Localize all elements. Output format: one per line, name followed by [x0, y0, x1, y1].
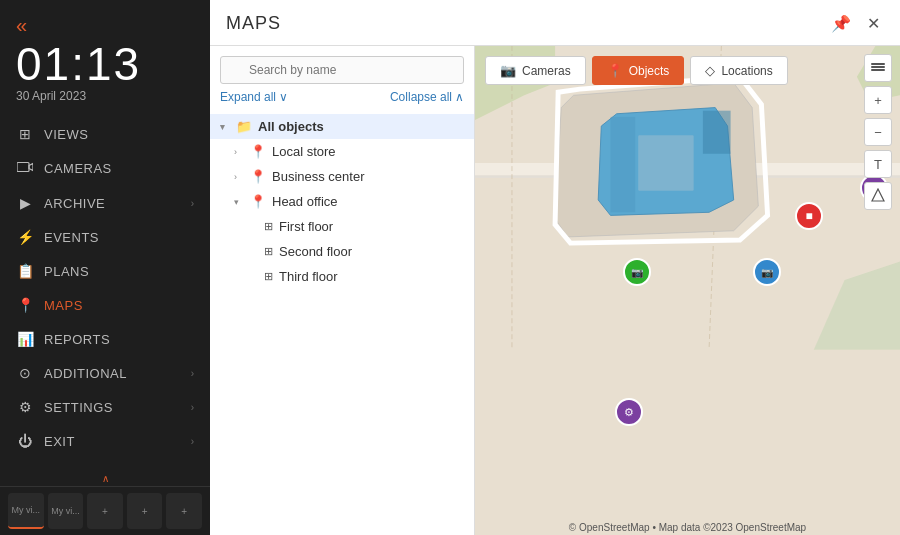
zoom-in-button[interactable]: + [864, 86, 892, 114]
camera-marker-blue[interactable]: 📷 [753, 258, 781, 286]
zoom-out-button[interactable]: − [864, 118, 892, 146]
tree-item-business-center[interactable]: › 📍 Business center [210, 164, 474, 189]
settings-icon: ⚙ [16, 399, 34, 415]
tree-item-second-floor[interactable]: › ⊞ Second floor [210, 239, 474, 264]
sidebar-tab-1[interactable]: My vi... [8, 493, 44, 529]
floor-icon: ⊞ [264, 220, 273, 233]
locations-tab-label: Locations [721, 64, 772, 78]
search-area: 🔍 [210, 46, 474, 84]
sidebar-item-label: SETTINGS [44, 400, 181, 415]
tree-item-local-store[interactable]: › 📍 Local store [210, 139, 474, 164]
tree-item-all-objects[interactable]: ▾ 📁 All objects [210, 114, 474, 139]
arrow-icon: › [191, 368, 194, 379]
sidebar-item-label: EVENTS [44, 230, 194, 245]
expand-all-button[interactable]: Expand all ∨ [220, 90, 288, 104]
layers-button[interactable] [864, 54, 892, 82]
tree-item-head-office[interactable]: ▾ 📍 Head office [210, 189, 474, 214]
locations-tab-icon: ◇ [705, 63, 715, 78]
collapse-all-button[interactable]: Collapse all ∧ [390, 90, 464, 104]
camera-marker-red[interactable]: ■ [795, 202, 823, 230]
sidebar-item-archive[interactable]: ▶ ARCHIVE › [0, 186, 210, 220]
sidebar-item-label: REPORTS [44, 332, 194, 347]
location-pin-bottom[interactable]: ⚙ [615, 398, 643, 426]
back-button[interactable]: « [16, 14, 27, 37]
pin-button[interactable]: 📌 [827, 10, 855, 37]
add-icon: + [102, 506, 108, 517]
sidebar-item-additional[interactable]: ⊙ ADDITIONAL › [0, 356, 210, 390]
sidebar-header: « 01:13 30 April 2023 [0, 0, 210, 117]
sidebar-item-events[interactable]: ⚡ EVENTS [0, 220, 210, 254]
reports-icon: 📊 [16, 331, 34, 347]
plans-icon: 📋 [16, 263, 34, 279]
page-title: MAPS [226, 13, 281, 34]
tree-item-first-floor[interactable]: › ⊞ First floor [210, 214, 474, 239]
zoom-in-icon: + [874, 93, 882, 108]
tree-item-label: Head office [272, 194, 338, 209]
expand-sidebar-button[interactable]: ∧ [0, 469, 210, 486]
sidebar-item-label: VIEWS [44, 127, 194, 142]
measure-icon [871, 188, 885, 205]
tab-label: My vi... [51, 506, 80, 516]
close-button[interactable]: ✕ [863, 10, 884, 37]
camera-marker-icon: ■ [805, 209, 812, 223]
search-input[interactable] [220, 56, 464, 84]
floor-icon: ⊞ [264, 270, 273, 283]
arrow-icon: › [191, 198, 194, 209]
archive-icon: ▶ [16, 195, 34, 211]
tree-item-third-floor[interactable]: › ⊞ Third floor [210, 264, 474, 289]
objects-tab-label: Objects [629, 64, 670, 78]
expand-arrow: ▾ [234, 197, 244, 207]
sidebar-tab-add-1[interactable]: + [87, 493, 123, 529]
sidebar-item-cameras[interactable]: CAMERAS [0, 151, 210, 186]
main-header: MAPS 📌 ✕ [210, 0, 900, 46]
svg-rect-11 [703, 111, 731, 154]
sidebar-item-maps[interactable]: 📍 MAPS [0, 288, 210, 322]
sidebar-tab-2[interactable]: My vi... [48, 493, 84, 529]
map-container[interactable]: 📷 Cameras 📍 Objects ◇ Locations [475, 46, 900, 535]
camera-tab-icon: 📷 [500, 63, 516, 78]
left-panel: 🔍 Expand all ∨ Collapse all ∧ ▾ 📁 [210, 46, 475, 535]
search-wrap: 🔍 [220, 56, 464, 84]
exit-icon: ⏻ [16, 433, 34, 449]
camera-marker-icon: 📷 [631, 267, 643, 278]
measure-button[interactable] [864, 182, 892, 210]
floor-icon: ⊞ [264, 245, 273, 258]
svg-rect-14 [871, 69, 885, 71]
add-icon: + [142, 506, 148, 517]
maps-icon: 📍 [16, 297, 34, 313]
arrow-icon: › [191, 402, 194, 413]
tree-item-label: First floor [279, 219, 333, 234]
sidebar-item-exit[interactable]: ⏻ EXIT › [0, 424, 210, 458]
sidebar-tab-add-2[interactable]: + [127, 493, 163, 529]
expand-arrow: › [234, 172, 244, 182]
locations-tab-button[interactable]: ◇ Locations [690, 56, 787, 85]
location-icon: 📍 [250, 144, 266, 159]
svg-rect-16 [871, 63, 885, 65]
sidebar-item-plans[interactable]: 📋 PLANS [0, 254, 210, 288]
text-tool-button[interactable]: T [864, 150, 892, 178]
objects-tab-icon: 📍 [607, 63, 623, 78]
cameras-tab-button[interactable]: 📷 Cameras [485, 56, 586, 85]
expand-arrow: › [234, 147, 244, 157]
objects-tab-button[interactable]: 📍 Objects [592, 56, 685, 85]
sidebar-item-settings[interactable]: ⚙ SETTINGS › [0, 390, 210, 424]
sidebar-item-label: ADDITIONAL [44, 366, 181, 381]
svg-rect-13 [638, 135, 693, 190]
text-icon: T [874, 157, 882, 172]
location-icon: 📍 [250, 169, 266, 184]
location-pin-icon: ⚙ [624, 406, 634, 419]
svg-marker-17 [872, 189, 884, 201]
sidebar-tab-add-3[interactable]: + [166, 493, 202, 529]
sidebar-item-views[interactable]: ⊞ VIEWS [0, 117, 210, 151]
sidebar-item-reports[interactable]: 📊 REPORTS [0, 322, 210, 356]
tree-item-label: All objects [258, 119, 324, 134]
sidebar-item-label: MAPS [44, 298, 194, 313]
sidebar-item-label: ARCHIVE [44, 196, 181, 211]
main-content: MAPS 📌 ✕ 🔍 Expand all ∨ Collapse all [210, 0, 900, 535]
camera-marker-green[interactable]: 📷 [623, 258, 651, 286]
svg-rect-15 [871, 66, 885, 68]
map-svg [475, 46, 900, 350]
add-icon: + [181, 506, 187, 517]
chevron-up-icon: ∧ [455, 90, 464, 104]
map-right-toolbar: + − T [864, 54, 892, 210]
